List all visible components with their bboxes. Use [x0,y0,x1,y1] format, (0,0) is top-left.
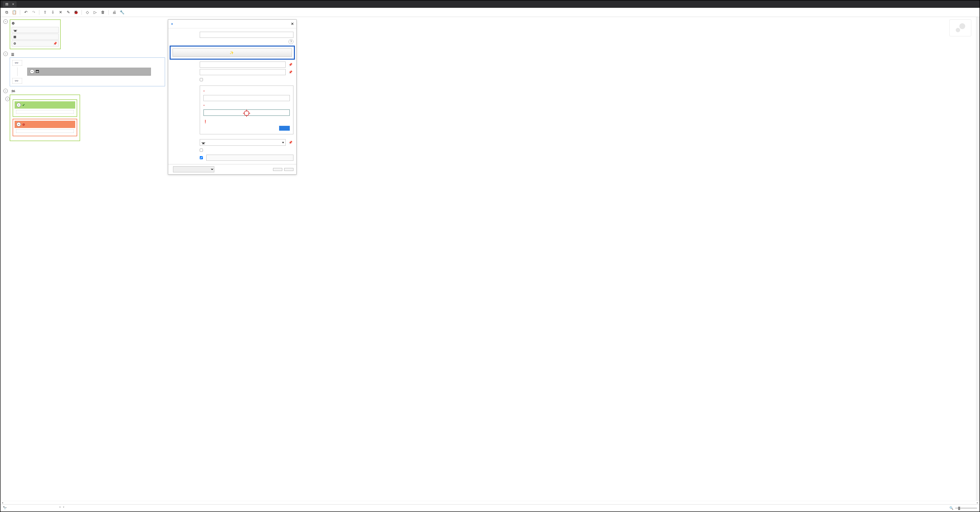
collapse-final-button[interactable]: − [3,89,8,93]
drop-zone-succeeded[interactable] [16,110,74,113]
check-icon: ✔ [22,103,25,107]
collapse-session-button[interactable]: − [5,97,10,101]
pin-icon[interactable]: 📌 [288,70,293,74]
crosshair-icon [243,109,250,117]
login-button[interactable] [279,126,290,131]
status-bar: 🔭 ˄ ˅ 🔍 [0,504,980,512]
activity-workflow-block: 👓 − − 🗔 [10,57,165,86]
workflow-failed-card[interactable]: − ⊘ [13,119,77,136]
chevron-down-icon: ▾ [282,141,284,144]
list-icon: ☰ [11,52,14,57]
close-tab-icon[interactable]: × [12,2,14,6]
copy-icon[interactable]: ⧉ [3,9,10,16]
drop-zone-failed[interactable] [16,130,74,133]
doc-icon: ▤ [5,2,8,6]
trash-icon[interactable]: 🗑 [99,9,107,16]
settings-icon: ⚙ [13,42,16,45]
preview-panel: * * ❗ [200,86,293,134]
transaction-end[interactable]: 👓 [13,78,22,84]
paste-icon[interactable]: 📋 [11,9,18,16]
transaction-start[interactable]: 👓 [13,60,22,66]
wand-icon[interactable]: ✎ [65,9,72,16]
gallery-icon: ▦ [13,35,16,38]
timeout-value-input [206,155,293,161]
search-input[interactable] [9,506,45,510]
ok-button[interactable] [273,168,282,171]
workflow-canvas[interactable]: − ⚙ ᚘ ▦ ⚙ [0,17,976,501]
wand-icon: ✨ [229,51,234,55]
down-icon[interactable]: ⇩ [49,9,56,16]
transaction-icon: 👓 [14,79,18,82]
svg-point-0 [959,23,965,29]
print-icon[interactable]: 🖨 [111,9,118,16]
keystrokes-wizard-dialog: ✦ ✕ ? [168,19,297,174]
chevron-down-icon[interactable]: ˅ [63,506,65,510]
up-icon[interactable]: ⇧ [41,9,49,16]
binoculars-icon: 🔭 [3,506,7,510]
activity-parameters-button[interactable]: ᚘ [12,27,59,33]
app-session-block: − 🗔 [27,68,151,76]
gears-watermark [950,19,971,36]
transaction-icon: 👓 [14,61,18,65]
zoom-icon[interactable]: 🔍 [950,506,953,510]
play-icon[interactable]: ▷ [92,9,99,16]
variable-icon: ᚘ [201,141,205,144]
special-chars-checkbox[interactable] [200,149,203,152]
pin-icon[interactable]: 📌 [288,141,293,144]
collapse-session-inner[interactable]: − [30,69,34,74]
params-icon: ᚘ [13,28,17,32]
redo-icon[interactable]: ↷ [30,9,37,16]
error-icon: ❗ [204,120,207,124]
titlebar: ▤ × [0,0,980,8]
wizard-close-button[interactable]: ✕ [291,22,294,26]
close-icon[interactable]: ✕ [57,9,64,16]
settings-button[interactable]: ⚙ 📌 [12,41,59,46]
identify-element-button[interactable]: ✨ [173,49,292,57]
document-tab[interactable]: ▤ × [3,1,16,7]
collapse-succ[interactable]: − [16,103,21,107]
diamond-icon[interactable]: ◇ [84,9,91,16]
horizontal-scrollbar[interactable] [4,501,976,504]
xpath-input[interactable] [200,62,286,68]
help-icon[interactable]: ? [289,39,293,44]
gears-icon: ⚙ [12,21,15,25]
keystrokes-combo[interactable]: ᚘ ▾ [200,139,286,146]
flag-icon: 🏁 [11,90,15,94]
collapse-init-button[interactable]: − [3,19,8,24]
scroll-right-button[interactable]: ▸ [976,501,980,504]
chevron-up-icon[interactable]: ˄ [59,506,61,510]
bug-icon[interactable]: 🐞 [72,9,80,16]
svg-point-1 [956,28,960,32]
pin-icon[interactable]: 📌 [53,42,57,45]
pin-icon[interactable]: 📌 [288,63,293,67]
window-title-input[interactable] [200,69,286,75]
zoom-slider[interactable] [955,508,977,509]
regex-checkbox[interactable] [200,78,203,81]
workflow-final-block: − ✔ − ⊘ [10,95,80,141]
preview-usercode-input[interactable] [204,95,290,101]
undo-icon[interactable]: ↶ [22,9,29,16]
name-input[interactable] [200,32,293,38]
error-handling-select[interactable] [173,166,214,172]
pattern-gallery-button[interactable]: ▦ [12,34,59,40]
collapse-fail[interactable]: − [16,122,21,127]
toolbar: ⧉ 📋 ↶ ↷ ⇧ ⇩ ✕ ✎ 🐞 ◇ ▷ 🗑 🖨 🔧 [0,8,980,17]
identify-highlight: ✨ [170,46,295,60]
window-icon: 🗔 [36,70,39,73]
general-timeout-checkbox[interactable] [200,156,203,159]
cancel-button[interactable] [284,168,293,171]
workflow-init-block: ⚙ ᚘ ▦ ⚙ 📌 [10,19,60,49]
scroll-left-button[interactable]: ◂ [0,501,4,504]
collapse-activity-button[interactable]: − [3,52,8,56]
workflow-succeeded-card[interactable]: − ✔ [13,99,77,117]
wizard-icon: ✦ [170,22,173,26]
vertical-scrollbar[interactable] [976,17,980,501]
error-icon: ⊘ [22,123,25,126]
wrench-icon[interactable]: 🔧 [118,9,126,16]
